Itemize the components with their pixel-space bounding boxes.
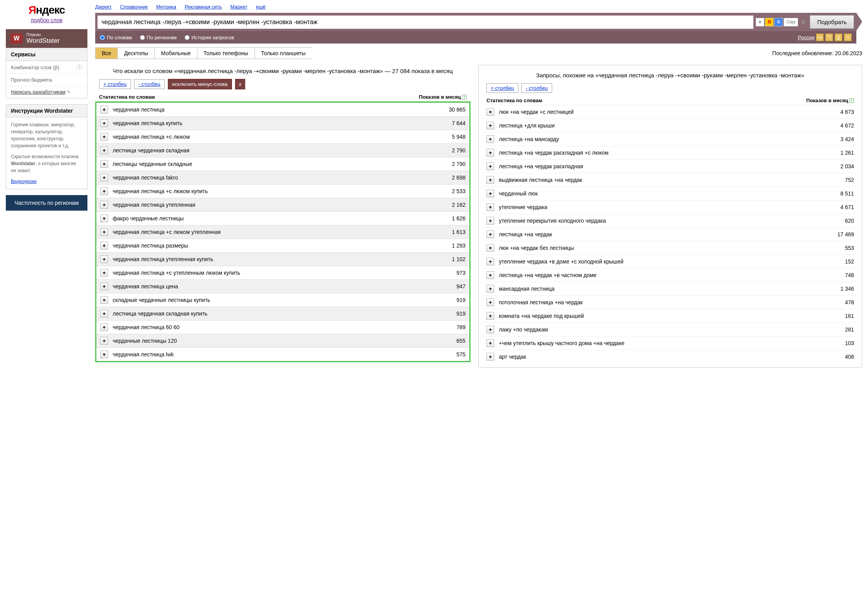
keyword-text[interactable]: люк +на чердак +с лестницей <box>499 109 840 115</box>
add-keyword-button[interactable]: + <box>486 230 494 238</box>
add-keyword-button[interactable]: + <box>100 160 108 168</box>
plus-search-button[interactable]: + <box>756 18 764 26</box>
add-keyword-button[interactable]: + <box>486 285 494 293</box>
add-keyword-button[interactable]: + <box>486 190 494 197</box>
keyword-text[interactable]: чердачная лестница +с люком утепленная <box>113 229 452 235</box>
tab-tablets[interactable]: Только планшеты <box>254 47 312 59</box>
keyword-text[interactable]: чердачная лестница цена <box>113 283 457 290</box>
top-link[interactable]: ещё <box>256 4 265 10</box>
keyword-text[interactable]: утепление перекрытия холодного чердака <box>499 218 845 224</box>
submit-button[interactable]: Подобрать <box>810 15 854 29</box>
add-keyword-button[interactable]: + <box>486 298 494 306</box>
add-keyword-button[interactable]: + <box>100 228 108 236</box>
add-keyword-button[interactable]: + <box>486 258 494 265</box>
keyword-text[interactable]: лестница +на чердак раскладная +с люком <box>499 150 840 156</box>
info-icon[interactable]: ? <box>462 95 467 99</box>
keyword-text[interactable]: лестницы чердачные складные <box>113 161 452 167</box>
keyword-text[interactable]: комната +на чердаке под крышей <box>499 313 845 319</box>
keyword-text[interactable]: чердачная лестница +с люком купить <box>113 188 452 194</box>
keyword-text[interactable]: чердачная лестница lwk <box>113 351 457 358</box>
tiny-btn-plus[interactable]: ++ <box>816 33 824 41</box>
radio-words[interactable] <box>100 35 105 40</box>
top-link[interactable]: Директ <box>95 4 112 10</box>
info-icon[interactable]: ? <box>849 98 854 103</box>
keyword-text[interactable]: потолочная лестница +на чердак <box>499 299 845 305</box>
add-keyword-button[interactable]: + <box>100 119 108 127</box>
add-keyword-button[interactable]: + <box>100 106 108 113</box>
keyword-text[interactable]: складные чердачные лестницы купить <box>113 297 457 303</box>
add-keyword-button[interactable]: + <box>100 351 108 358</box>
keyword-text[interactable]: лестница чердачная складная <box>113 147 452 153</box>
logo-subtitle-link[interactable]: подбор слов <box>6 17 87 23</box>
filter-history[interactable]: История запросов <box>185 35 234 40</box>
help-icon[interactable]: ? <box>76 64 82 70</box>
keyword-text[interactable]: +чем утеплить крышу частного дома +на че… <box>499 340 845 346</box>
del-column-button[interactable]: - столбец <box>134 79 165 89</box>
keyword-text[interactable]: лестница +на мансарду <box>499 136 840 142</box>
keyword-text[interactable]: чердачная лестница <box>113 106 449 113</box>
keyword-text[interactable]: утепление чердака +в доме +с холодной кр… <box>499 258 845 265</box>
region-link[interactable]: Россия <box>798 35 814 40</box>
add-keyword-button[interactable]: + <box>486 326 494 333</box>
add-keyword-button[interactable]: + <box>486 244 494 252</box>
add-keyword-button[interactable]: + <box>486 108 494 116</box>
add-keyword-button[interactable]: + <box>486 217 494 225</box>
keyword-text[interactable]: лестница +для крыши <box>499 122 840 129</box>
add-keyword-button[interactable]: + <box>100 187 108 195</box>
top-link[interactable]: Метрика <box>156 4 176 10</box>
tab-all[interactable]: Все <box>95 47 117 59</box>
del-column-button[interactable]: - столбец <box>521 83 552 93</box>
keyword-text[interactable]: мансардная лестница <box>499 286 840 292</box>
copy-button[interactable]: Copy <box>784 18 798 26</box>
tab-desktop[interactable]: Десктопы <box>117 47 154 59</box>
add-keyword-button[interactable]: + <box>100 337 108 345</box>
keyword-text[interactable]: чердачные лестницы 120 <box>113 338 457 344</box>
add-keyword-button[interactable]: + <box>486 271 494 279</box>
add-keyword-button[interactable]: + <box>486 312 494 320</box>
search-input[interactable] <box>98 16 753 29</box>
add-keyword-button[interactable]: + <box>100 242 108 249</box>
add-keyword-button[interactable]: + <box>486 203 494 211</box>
tiny-btn-exclaim[interactable]: !! <box>844 33 852 41</box>
keyword-text[interactable]: чердачная лестница размеры <box>113 242 452 249</box>
keyword-text[interactable]: чердачная лестница утепленная <box>113 202 452 208</box>
add-keyword-button[interactable]: + <box>100 174 108 181</box>
keyword-text[interactable]: чердачная лестница купить <box>113 120 452 126</box>
add-keyword-button[interactable]: + <box>486 176 494 184</box>
add-keyword-button[interactable]: + <box>100 147 108 154</box>
keyword-text[interactable]: чердачный люк <box>499 190 840 197</box>
exclude-minus-button[interactable]: исключить минус-слова <box>168 79 232 89</box>
write-developers-link[interactable]: Написать разработчикам <box>11 89 65 95</box>
clear-icon[interactable]: ⊗ <box>799 18 807 26</box>
keyword-text[interactable]: чердачная лестница 60 60 <box>113 324 457 330</box>
keyword-text[interactable]: арт чердак <box>499 354 845 360</box>
add-keyword-button[interactable]: + <box>100 255 108 263</box>
add-keyword-button[interactable]: + <box>100 283 108 290</box>
add-keyword-button[interactable]: + <box>486 353 494 361</box>
add-keyword-button[interactable]: + <box>100 296 108 304</box>
keyword-text[interactable]: люк +на чердак без лестницы <box>499 245 845 251</box>
tiny-btn-bracket[interactable]: [] <box>835 33 842 41</box>
keyword-text[interactable]: чердачная лестница fakro <box>113 174 452 181</box>
keyword-text[interactable]: лестница +на чердак +в частном доме <box>499 272 845 278</box>
add-keyword-button[interactable]: + <box>486 122 494 129</box>
tab-mobile[interactable]: Мобильные <box>154 47 197 59</box>
sidebar-item-combinator[interactable]: Комбинатор слов (β) ? <box>6 61 87 74</box>
radio-history[interactable] <box>185 35 190 40</box>
radio-regions[interactable] <box>140 35 145 40</box>
keyword-text[interactable]: лажу +по чердакам <box>499 326 845 333</box>
add-keyword-button[interactable]: + <box>486 339 494 347</box>
keyword-text[interactable]: чердачная лестница +с утепленным люком к… <box>113 270 457 276</box>
filter-by-regions[interactable]: По регионам <box>140 35 177 40</box>
yandex-logo[interactable]: Яндекс <box>6 4 87 16</box>
sidebar-item-budget[interactable]: Прогноз бюджета <box>6 74 87 86</box>
add-keyword-button[interactable]: + <box>100 310 108 317</box>
x-button[interactable]: x <box>235 79 246 89</box>
top-link[interactable]: Маркет <box>230 4 248 10</box>
top-link[interactable]: Рекламная сеть <box>185 4 222 10</box>
google-icon[interactable]: G <box>774 18 783 26</box>
keyword-text[interactable]: утепление чердака <box>499 204 840 210</box>
keyword-text[interactable]: факро чердачные лестницы <box>113 215 452 222</box>
tiny-btn-quote[interactable]: "" <box>825 33 833 41</box>
yandex-icon[interactable]: Я <box>765 18 774 26</box>
